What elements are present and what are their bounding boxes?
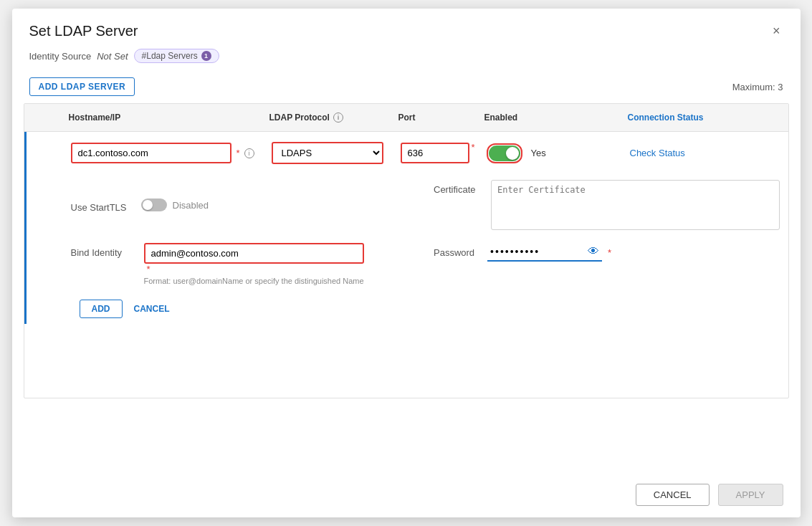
close-button[interactable]: ×: [770, 21, 783, 40]
enabled-toggle[interactable]: [489, 145, 520, 161]
certificate-section: Certificate: [425, 177, 788, 233]
enabled-toggle-wrap: Yes: [487, 143, 613, 163]
max-label: Maximum: 3: [732, 82, 783, 92]
tag-label: #Ldap Servers: [142, 51, 198, 61]
show-password-icon[interactable]: 👁: [585, 245, 602, 258]
bind-identity-field-row: Bind Identity * Format: user@domainName …: [71, 243, 417, 285]
protocol-select[interactable]: LDAP LDAPS: [272, 142, 383, 164]
bind-format-hint: Format: user@domainName or specify the d…: [144, 277, 364, 285]
enabled-cell: Yes: [478, 140, 621, 166]
dialog-footer: CANCEL APPLY: [12, 472, 801, 517]
check-status-cell: Check Status: [621, 145, 788, 161]
tag-count: 1: [201, 51, 211, 61]
port-required: *: [471, 142, 474, 153]
footer-apply-button: APPLY: [718, 484, 783, 506]
th-port: Port: [390, 110, 476, 125]
starttls-knob: [143, 200, 153, 210]
th-protocol: LDAP Protocol i: [261, 110, 390, 125]
ldap-servers-tag[interactable]: #Ldap Servers 1: [134, 49, 219, 63]
dialog-subtitle: Identity Source Not Set #Ldap Servers 1: [12, 46, 801, 72]
port-input[interactable]: [401, 143, 469, 163]
starttls-status: Disabled: [173, 200, 209, 211]
bind-identity-input-wrap: * Format: user@domainName or specify the…: [144, 243, 364, 285]
starttls-cert-row: Use StartTLS Disabled Certificate: [27, 174, 788, 237]
footer-cancel-button[interactable]: CANCEL: [636, 484, 710, 506]
identity-source-status: Not Set: [97, 51, 128, 62]
certificate-textarea[interactable]: [491, 180, 780, 230]
table-header: Hostname/IP LDAP Protocol i Port Enabled…: [24, 104, 788, 132]
port-cell: *: [392, 140, 478, 166]
set-ldap-dialog: Set LDAP Server × Identity Source Not Se…: [12, 9, 801, 517]
hostname-info-icon[interactable]: i: [244, 148, 254, 158]
th-enabled: Enabled: [476, 110, 619, 125]
content-spacer: [12, 398, 801, 472]
password-label: Password: [434, 247, 482, 258]
ldap-table: Hostname/IP LDAP Protocol i Port Enabled…: [24, 103, 789, 398]
password-field-row: Password 👁 *: [434, 243, 780, 262]
dialog-title: Set LDAP Server: [29, 23, 138, 39]
bind-identity-section: Bind Identity * Format: user@domainName …: [62, 240, 426, 288]
cancel-row-button[interactable]: CANCEL: [131, 300, 173, 318]
protocol-cell: LDAP LDAPS: [263, 139, 392, 167]
bind-required: *: [147, 264, 364, 274]
hostname-wrap: * i: [71, 143, 254, 163]
bind-identity-label: Bind Identity: [71, 243, 135, 258]
th-empty: [24, 110, 60, 125]
row-main: * i LDAP LDAPS *: [27, 132, 788, 174]
protocol-info-icon[interactable]: i: [333, 113, 343, 123]
toggle-knob: [506, 147, 519, 160]
password-section: Password 👁 *: [425, 240, 788, 264]
identity-source-label: Identity Source: [29, 51, 92, 62]
hostname-input[interactable]: [71, 143, 232, 163]
th-connection-status: Connection Status: [619, 110, 788, 125]
password-required: *: [608, 247, 611, 258]
enabled-toggle-label: Yes: [531, 148, 546, 158]
add-ldap-server-button[interactable]: ADD LDAP SERVER: [29, 77, 135, 96]
row-actions: ADD CANCEL: [27, 294, 788, 324]
add-button[interactable]: ADD: [80, 300, 123, 318]
row-spacer: [27, 177, 62, 233]
starttls-section: Use StartTLS Disabled: [62, 177, 426, 233]
hostname-required: *: [236, 148, 239, 158]
enabled-toggle-container: [487, 143, 522, 163]
password-input-wrap: 👁: [487, 243, 602, 262]
port-wrap: *: [401, 143, 469, 163]
starttls-toggle[interactable]: [141, 199, 167, 211]
row-selector: [27, 150, 62, 156]
starttls-label: Use StartTLS: [71, 198, 135, 213]
hostname-cell: * i: [62, 140, 263, 166]
bind-identity-input[interactable]: [144, 243, 364, 264]
toolbar: ADD LDAP SERVER Maximum: 3: [12, 72, 801, 103]
table-row: * i LDAP LDAPS *: [24, 132, 788, 324]
dialog-header: Set LDAP Server ×: [12, 9, 801, 46]
bind-password-row: Bind Identity * Format: user@domainName …: [27, 237, 788, 294]
certificate-label: Certificate: [434, 180, 491, 195]
check-status-link[interactable]: Check Status: [630, 148, 685, 158]
th-hostname: Hostname/IP: [60, 110, 261, 125]
password-input[interactable]: [487, 243, 585, 260]
